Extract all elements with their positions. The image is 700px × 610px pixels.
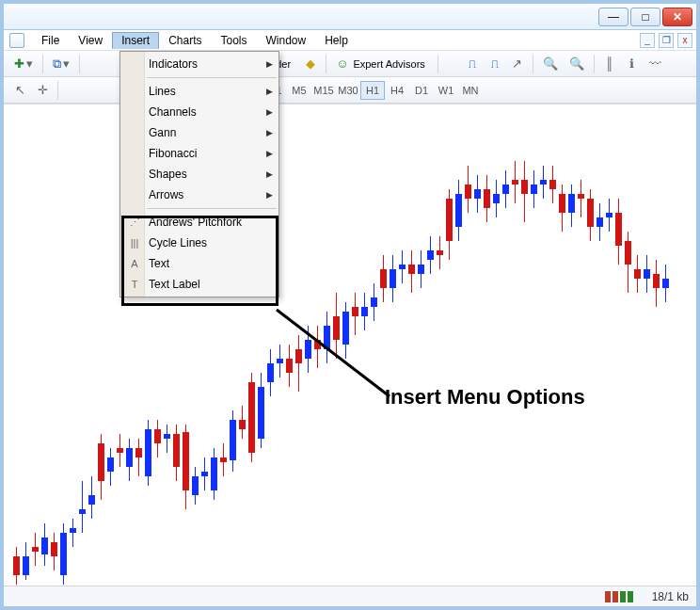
maximize-button[interactable]: □ — [630, 8, 660, 26]
menu-item-icon: A — [127, 258, 142, 269]
menu-help[interactable]: Help — [315, 32, 358, 49]
crosshair-icon: ✛ — [38, 84, 48, 96]
annotation-arrow — [4, 104, 696, 586]
separator — [79, 55, 80, 73]
toolbar-standard: ✚▾ ⧉▾ w Order ◆ ☺Expert Advisors ⎍ ⎍ ↗ 🔍… — [4, 51, 696, 77]
menu-item-label: Channels — [149, 105, 197, 119]
menu-item-gann[interactable]: Gann▶ — [120, 122, 278, 143]
indicator-list-button[interactable]: ⎍ — [462, 54, 483, 74]
chevron-right-icon: ▶ — [266, 107, 273, 117]
toolbar-objects: ↖ ✛ M1M5M15M30H1H4D1W1MN — [4, 77, 696, 104]
template-button[interactable]: ↗ — [507, 54, 528, 74]
dropdown-separator — [147, 208, 277, 209]
periodicity-button[interactable]: ⎍ — [485, 54, 505, 74]
timeframe-w1[interactable]: W1 — [434, 81, 458, 100]
menu-item-icon: ||| — [127, 237, 142, 249]
separator — [57, 81, 58, 100]
menu-insert[interactable]: Insert — [112, 32, 159, 49]
menu-item-label: Andrews' Pitchfork — [149, 216, 242, 229]
cursor-button[interactable]: ↖ — [9, 80, 30, 101]
menu-item-andrews-pitchfork[interactable]: ⋰Andrews' Pitchfork — [120, 212, 278, 233]
svg-line-140 — [277, 310, 390, 396]
line-chart-icon: 〰 — [649, 57, 661, 70]
menu-charts[interactable]: Charts — [159, 32, 211, 49]
expert-advisors-button[interactable]: ☺Expert Advisors — [331, 54, 433, 74]
timeframe-m5[interactable]: M5 — [287, 81, 311, 100]
menu-item-fibonacci[interactable]: Fibonacci▶ — [120, 143, 278, 164]
zoom-out-button[interactable]: 🔍 — [565, 54, 589, 74]
app-window: — □ ✕ File View Insert Charts Tools Wind… — [0, 0, 700, 610]
plus-icon: ✚ — [14, 57, 24, 70]
separator — [42, 55, 43, 73]
zoom-in-icon: 🔍 — [543, 57, 558, 70]
timeframe-m15[interactable]: M15 — [311, 81, 336, 100]
minimize-icon: — — [608, 10, 619, 24]
chart-area[interactable]: Insert Menu Options — [4, 104, 696, 586]
menu-item-label: Indicators — [149, 57, 198, 71]
candle-chart-icon: ℹ — [629, 57, 634, 70]
timeframe-m30[interactable]: M30 — [336, 81, 360, 100]
zoom-in-button[interactable]: 🔍 — [538, 54, 563, 74]
timeframe-h4[interactable]: H4 — [385, 81, 409, 100]
bar-chart-icon: ║ — [605, 57, 613, 70]
menu-item-label: Gann — [149, 126, 176, 139]
menu-tools[interactable]: Tools — [212, 32, 257, 49]
mdi-close-button[interactable]: x — [677, 33, 692, 48]
titlebar[interactable]: — □ ✕ — [4, 4, 696, 30]
menu-item-text[interactable]: AText — [120, 253, 278, 274]
menu-item-icon: ⋰ — [127, 217, 142, 229]
bar-chart-button[interactable]: ║ — [599, 54, 620, 74]
maximize-icon: □ — [642, 10, 648, 24]
profile-icon: ⧉ — [53, 57, 61, 70]
line-chart-button[interactable]: 〰 — [644, 54, 666, 74]
separator — [594, 55, 595, 73]
menu-item-channels[interactable]: Channels▶ — [120, 102, 278, 122]
chevron-right-icon: ▶ — [266, 128, 273, 137]
menu-item-lines[interactable]: Lines▶ — [120, 81, 278, 102]
menu-window[interactable]: Window — [257, 32, 316, 49]
alert-button[interactable]: ◆ — [300, 54, 321, 74]
chevron-right-icon: ▶ — [266, 149, 273, 158]
chevron-right-icon: ▶ — [266, 190, 273, 200]
menu-item-label: Cycle Lines — [149, 236, 207, 249]
separator — [533, 55, 533, 73]
profile-button[interactable]: ⧉▾ — [48, 54, 74, 74]
menu-item-label: Lines — [149, 85, 176, 98]
menu-item-text-label[interactable]: TText Label — [120, 274, 278, 295]
menu-item-cycle-lines[interactable]: |||Cycle Lines — [120, 233, 278, 253]
close-icon: ✕ — [673, 10, 682, 24]
crosshair-button[interactable]: ✛ — [32, 80, 53, 101]
timeframe-d1[interactable]: D1 — [409, 81, 434, 100]
cursor-icon: ↖ — [15, 84, 25, 96]
menu-item-label: Shapes — [149, 168, 187, 181]
diamond-icon: ◆ — [306, 57, 315, 70]
menu-view[interactable]: View — [69, 32, 112, 49]
mdi-restore-button[interactable]: ❐ — [659, 33, 674, 48]
menu-file[interactable]: File — [32, 32, 69, 49]
period-icon: ⎍ — [491, 57, 499, 70]
advisor-icon: ☺ — [336, 57, 348, 70]
close-button[interactable]: ✕ — [662, 8, 692, 26]
minimize-button[interactable]: — — [598, 8, 628, 26]
status-kb: 18/1 kb — [652, 590, 689, 603]
mdi-minimize-button[interactable]: _ — [640, 33, 655, 48]
template-icon: ↗ — [512, 57, 522, 70]
chevron-right-icon: ▶ — [266, 169, 273, 179]
timeframe-mn[interactable]: MN — [458, 81, 483, 100]
menu-item-label: Fibonacci — [149, 147, 197, 160]
timeframe-h1[interactable]: H1 — [360, 81, 385, 100]
menu-item-indicators[interactable]: Indicators▶ — [120, 54, 278, 74]
new-chart-button[interactable]: ✚▾ — [9, 54, 38, 74]
statusbar: 18/1 kb — [4, 586, 696, 606]
menu-item-label: Arrows — [149, 188, 183, 201]
chevron-right-icon: ▶ — [266, 59, 273, 69]
menubar: File View Insert Charts Tools Window Hel… — [4, 30, 696, 51]
separator — [326, 55, 326, 73]
menu-item-arrows[interactable]: Arrows▶ — [120, 185, 278, 205]
separator — [438, 55, 438, 73]
menu-item-icon: T — [127, 279, 142, 290]
menu-item-shapes[interactable]: Shapes▶ — [120, 164, 278, 185]
zoom-out-icon: 🔍 — [569, 57, 584, 70]
app-icon[interactable] — [9, 33, 24, 48]
candle-chart-button[interactable]: ℹ — [622, 54, 643, 74]
